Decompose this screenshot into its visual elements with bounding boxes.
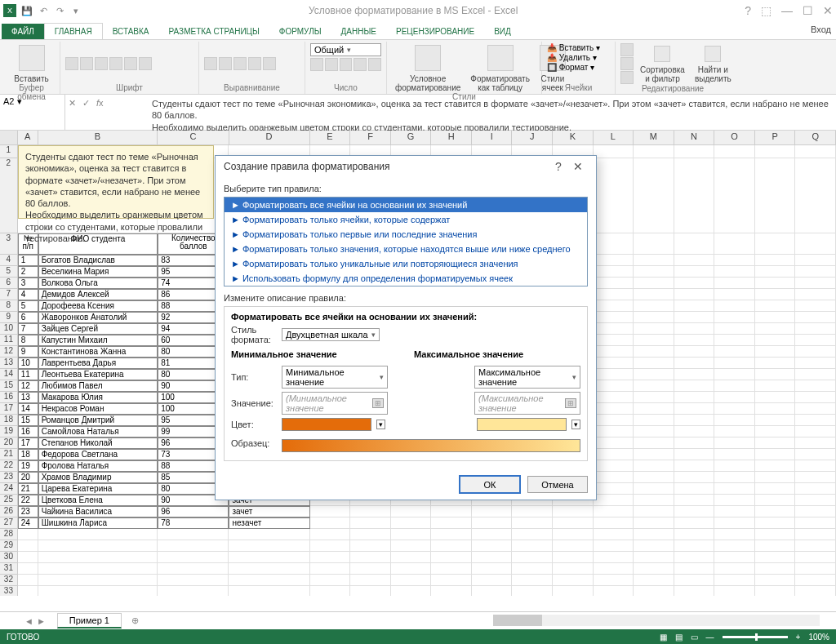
cell[interactable] [594, 575, 634, 586]
cell[interactable] [674, 380, 715, 392]
cell[interactable] [594, 472, 634, 483]
cell[interactable] [594, 369, 634, 380]
cell[interactable]: Храмов Владимир [38, 472, 158, 483]
cell[interactable] [795, 586, 836, 596]
cell[interactable]: 9 [18, 346, 38, 358]
cell[interactable] [634, 358, 674, 369]
view-pagebreak-icon[interactable]: ▭ [691, 633, 698, 642]
row-header[interactable]: 4 [0, 255, 18, 266]
cell[interactable] [594, 403, 634, 415]
cell[interactable] [674, 540, 715, 552]
view-normal-icon[interactable]: ▦ [660, 633, 667, 642]
cell[interactable] [674, 346, 715, 358]
save-icon[interactable]: 💾 [21, 5, 33, 16]
cell[interactable] [795, 289, 836, 300]
cell[interactable] [634, 529, 674, 540]
cell[interactable] [350, 517, 391, 529]
comma-icon[interactable] [340, 58, 353, 71]
insert-cells-button[interactable]: 📥 Вставить ▾ [547, 43, 600, 52]
cell[interactable] [634, 266, 674, 278]
number-format-combo[interactable]: Общий▾ [310, 43, 381, 56]
cell[interactable] [431, 529, 472, 540]
cell[interactable] [634, 517, 674, 529]
cell[interactable] [472, 517, 513, 529]
col-header[interactable]: P [755, 131, 796, 144]
cell[interactable] [18, 540, 38, 552]
cell[interactable] [795, 380, 836, 392]
cell[interactable]: Зайцев Сергей [38, 323, 158, 335]
cell[interactable] [674, 278, 715, 289]
rule-type-item[interactable]: ► Форматировать все ячейки на основании … [225, 198, 587, 212]
cell[interactable] [310, 575, 351, 586]
maximize-icon[interactable]: ☐ [803, 4, 813, 17]
cell[interactable] [714, 472, 755, 483]
cell[interactable] [674, 563, 715, 575]
cell[interactable] [594, 392, 634, 403]
cell[interactable] [512, 506, 553, 517]
cell[interactable] [431, 575, 472, 586]
cell[interactable] [755, 158, 796, 233]
col-header[interactable]: Q [795, 131, 836, 144]
cell[interactable] [350, 529, 391, 540]
cell[interactable] [714, 426, 755, 437]
underline-icon[interactable] [95, 57, 108, 70]
row-header[interactable]: 17 [0, 403, 18, 415]
row-header[interactable]: 24 [0, 483, 18, 495]
cell[interactable] [674, 145, 715, 158]
cell[interactable] [755, 335, 796, 346]
cell[interactable] [755, 449, 796, 460]
cell[interactable] [310, 552, 351, 563]
cell[interactable] [755, 437, 796, 449]
cell[interactable] [795, 255, 836, 266]
cell[interactable] [472, 540, 513, 552]
cell[interactable]: 19 [18, 460, 38, 472]
cell[interactable] [755, 563, 796, 575]
cell[interactable] [512, 563, 553, 575]
cell[interactable] [594, 323, 634, 335]
cell[interactable] [674, 586, 715, 596]
cell[interactable] [714, 495, 755, 506]
cell[interactable] [229, 575, 309, 586]
cell[interactable] [634, 233, 674, 255]
percent-icon[interactable] [325, 58, 338, 71]
chevron-down-icon[interactable]: ▾ [376, 420, 385, 429]
cell[interactable] [634, 255, 674, 266]
cell[interactable] [714, 506, 755, 517]
cell[interactable]: незачет [229, 517, 309, 529]
cell[interactable] [472, 575, 513, 586]
name-box[interactable]: A2 ▾ [0, 95, 65, 130]
cell[interactable]: 78 [158, 517, 229, 529]
row-header[interactable]: 26 [0, 506, 18, 517]
max-color-combo[interactable] [477, 418, 567, 431]
cell[interactable] [38, 529, 158, 540]
horizontal-scrollbar[interactable] [493, 615, 820, 626]
col-header[interactable]: O [714, 131, 755, 144]
cell[interactable] [674, 472, 715, 483]
cell[interactable] [553, 575, 594, 586]
row-header[interactable]: 6 [0, 278, 18, 289]
cell[interactable] [714, 255, 755, 266]
cell[interactable] [634, 278, 674, 289]
cell[interactable] [391, 586, 432, 596]
cell[interactable] [594, 358, 634, 369]
font-color-icon[interactable] [139, 57, 152, 70]
col-header[interactable]: D [229, 131, 310, 144]
row-header[interactable]: 21 [0, 449, 18, 460]
cell[interactable] [755, 255, 796, 266]
format-cells-button[interactable]: 🔲 Формат ▾ [547, 63, 594, 72]
fx-icon[interactable]: fx [96, 98, 104, 108]
cell[interactable]: 15 [18, 415, 38, 426]
row-header[interactable]: 15 [0, 380, 18, 392]
tab-layout[interactable]: РАЗМЕТКА СТРАНИЦЫ [159, 24, 269, 39]
cell[interactable] [795, 552, 836, 563]
cell[interactable] [391, 540, 432, 552]
cell[interactable] [158, 575, 229, 586]
cell[interactable]: Любимов Павел [38, 380, 158, 392]
cell[interactable] [674, 369, 715, 380]
cell[interactable]: Степанов Николай [38, 437, 158, 449]
cell[interactable]: 22 [18, 495, 38, 506]
cell[interactable] [229, 540, 309, 552]
cell[interactable] [512, 575, 553, 586]
cell[interactable] [512, 517, 553, 529]
cell[interactable] [594, 563, 634, 575]
